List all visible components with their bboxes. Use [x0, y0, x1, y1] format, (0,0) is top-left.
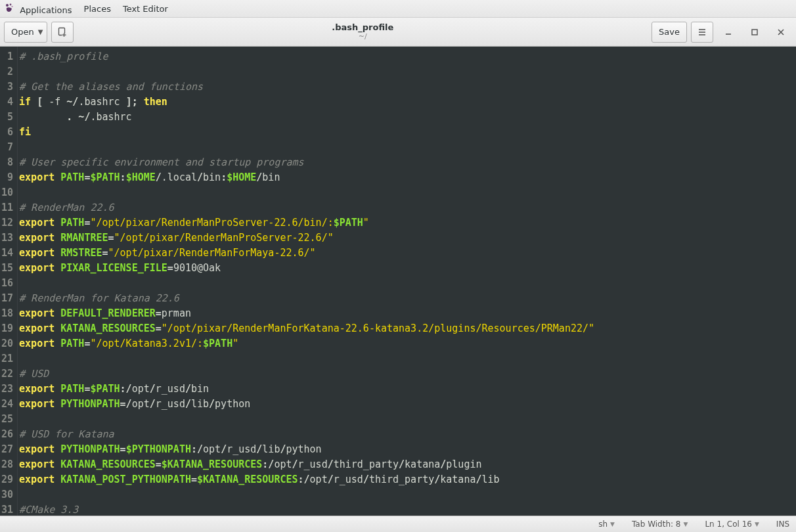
line-number: 16	[1, 276, 14, 291]
status-bar: sh ▼ Tab Width: 8 ▼ Ln 1, Col 16 ▼ INS	[0, 516, 796, 532]
code-line[interactable]: export PATH="/opt/pixar/RenderManProServ…	[19, 215, 796, 231]
line-number: 24	[1, 397, 14, 412]
line-number: 15	[1, 261, 14, 276]
line-number: 26	[1, 427, 14, 442]
code-line[interactable]: export KATANA_RESOURCES="/opt/pixar/Rend…	[19, 321, 796, 336]
line-number: 30	[1, 487, 14, 502]
line-number: 19	[1, 321, 14, 336]
code-line[interactable]: # USD	[19, 366, 796, 382]
svg-point-0	[6, 4, 9, 7]
line-number: 13	[1, 231, 14, 246]
line-number: 9	[1, 170, 14, 185]
code-line[interactable]	[19, 351, 796, 366]
line-number: 12	[1, 215, 14, 231]
code-line[interactable]: export PYTHONPATH=/opt/r_usd/lib/python	[19, 397, 796, 412]
code-line[interactable]: export KATANA_RESOURCES=$KATANA_RESOURCE…	[19, 457, 796, 472]
open-button[interactable]: Open ▼	[4, 22, 47, 43]
line-number: 5	[1, 110, 14, 125]
hamburger-menu-button[interactable]	[691, 22, 713, 43]
line-number: 20	[1, 336, 14, 351]
filepath-label: ~/	[77, 33, 648, 41]
line-number-gutter: 1234567891011121314151617181920212223242…	[0, 47, 18, 516]
code-content[interactable]: # .bash_profile # Get the aliases and fu…	[18, 47, 796, 516]
code-line[interactable]: export PATH=$PATH:$HOME/.local/bin:$HOME…	[19, 170, 796, 185]
svg-rect-11	[752, 30, 757, 35]
line-number: 18	[1, 306, 14, 321]
maximize-icon	[751, 28, 759, 36]
chevron-down-icon: ▼	[38, 28, 43, 35]
texteditor-menu[interactable]: Text Editor	[123, 4, 168, 14]
minimize-button[interactable]	[717, 23, 740, 41]
line-number: 22	[1, 366, 14, 382]
code-line[interactable]: if [ -f ~/.bashrc ]; then	[19, 95, 796, 110]
close-icon	[777, 28, 785, 36]
gnome-foot-icon	[4, 3, 14, 13]
language-label: sh	[598, 520, 608, 529]
line-number: 28	[1, 457, 14, 472]
maximize-button[interactable]	[743, 23, 766, 41]
code-line[interactable]: # USD for Katana	[19, 427, 796, 442]
line-number: 1	[1, 49, 14, 64]
code-line[interactable]: export KATANA_POST_PYTHONPATH=$KATANA_RE…	[19, 472, 796, 487]
line-number: 17	[1, 291, 14, 306]
chevron-down-icon: ▼	[755, 521, 759, 527]
editor-toolbar: Open ▼ .bash_profile ~/ Save	[0, 18, 796, 47]
line-number: 2	[1, 64, 14, 79]
cursor-position-label: Ln 1, Col 16	[705, 520, 752, 529]
code-line[interactable]	[19, 64, 796, 79]
tab-width-label: Tab Width: 8	[632, 520, 680, 529]
code-line[interactable]: export PATH=$PATH:/opt/r_usd/bin	[19, 382, 796, 397]
line-number: 10	[1, 185, 14, 200]
line-number: 29	[1, 472, 14, 487]
filename-label: .bash_profile	[77, 23, 648, 32]
line-number: 11	[1, 200, 14, 215]
code-line[interactable]: # .bash_profile	[19, 49, 796, 64]
svg-point-1	[10, 3, 12, 5]
code-line[interactable]	[19, 276, 796, 291]
new-tab-button[interactable]	[51, 22, 74, 43]
code-line[interactable]	[19, 185, 796, 200]
line-number: 27	[1, 442, 14, 457]
applications-menu[interactable]: Applications	[4, 3, 72, 15]
code-line[interactable]: # RenderMan 22.6	[19, 200, 796, 215]
window-title: .bash_profile ~/	[77, 23, 648, 40]
code-line[interactable]: fi	[19, 125, 796, 140]
code-line[interactable]: export RMANTREE="/opt/pixar/RenderManPro…	[19, 231, 796, 246]
code-line[interactable]	[19, 412, 796, 427]
code-line[interactable]	[19, 140, 796, 155]
code-line[interactable]: export RMSTREE="/opt/pixar/RenderManForM…	[19, 246, 796, 261]
code-line[interactable]: #CMake 3.3	[19, 502, 796, 516]
minimize-icon	[724, 28, 732, 36]
code-line[interactable]: # User specific environment and startup …	[19, 155, 796, 170]
save-button[interactable]: Save	[652, 22, 687, 43]
line-number: 8	[1, 155, 14, 170]
line-number: 7	[1, 140, 14, 155]
line-number: 25	[1, 412, 14, 427]
svg-point-2	[11, 5, 12, 7]
line-number: 31	[1, 502, 14, 516]
code-line[interactable]: export PIXAR_LICENSE_FILE=9010@Oak	[19, 261, 796, 276]
new-document-icon	[57, 27, 68, 37]
code-line[interactable]: . ~/.bashrc	[19, 110, 796, 125]
editor-area[interactable]: 1234567891011121314151617181920212223242…	[0, 47, 796, 516]
chevron-down-icon: ▼	[610, 521, 615, 527]
hamburger-icon	[697, 28, 707, 37]
code-line[interactable]: # RenderMan for Katana 22.6	[19, 291, 796, 306]
code-line[interactable]: # Get the aliases and functions	[19, 79, 796, 95]
code-line[interactable]: export DEFAULT_RENDERER=prman	[19, 306, 796, 321]
code-line[interactable]	[19, 487, 796, 502]
language-selector[interactable]: sh ▼	[598, 520, 615, 529]
line-number: 4	[1, 95, 14, 110]
places-menu[interactable]: Places	[84, 4, 111, 14]
close-button[interactable]	[770, 23, 792, 41]
chevron-down-icon: ▼	[684, 521, 688, 527]
cursor-position-selector[interactable]: Ln 1, Col 16 ▼	[705, 520, 759, 529]
insert-mode-indicator[interactable]: INS	[776, 520, 789, 529]
code-line[interactable]: export PYTHONPATH=$PYTHONPATH:/opt/r_usd…	[19, 442, 796, 457]
line-number: 6	[1, 125, 14, 140]
applications-label: Applications	[20, 5, 72, 15]
tab-width-selector[interactable]: Tab Width: 8 ▼	[632, 520, 688, 529]
desktop-panel: Applications Places Text Editor	[0, 0, 796, 18]
line-number: 3	[1, 79, 14, 95]
code-line[interactable]: export PATH="/opt/Katana3.2v1/:$PATH"	[19, 336, 796, 351]
